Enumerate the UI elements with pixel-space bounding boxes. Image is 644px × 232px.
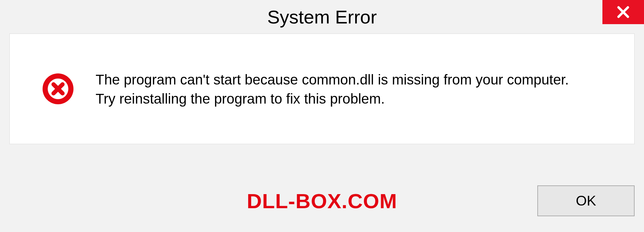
error-icon — [42, 73, 74, 105]
dialog-title: System Error — [267, 6, 377, 28]
content-panel: The program can't start because common.d… — [9, 34, 635, 144]
ok-button[interactable]: OK — [537, 185, 635, 216]
close-button[interactable] — [602, 0, 644, 24]
footer: DLL-BOX.COM OK — [9, 179, 635, 223]
ok-button-label: OK — [576, 193, 596, 209]
titlebar: System Error — [0, 0, 644, 34]
message-line-2: Try reinstalling the program to fix this… — [96, 90, 569, 109]
watermark-text: DLL-BOX.COM — [247, 189, 397, 213]
close-icon — [617, 6, 630, 18]
message-line-1: The program can't start because common.d… — [96, 70, 569, 90]
message-block: The program can't start because common.d… — [96, 69, 569, 108]
